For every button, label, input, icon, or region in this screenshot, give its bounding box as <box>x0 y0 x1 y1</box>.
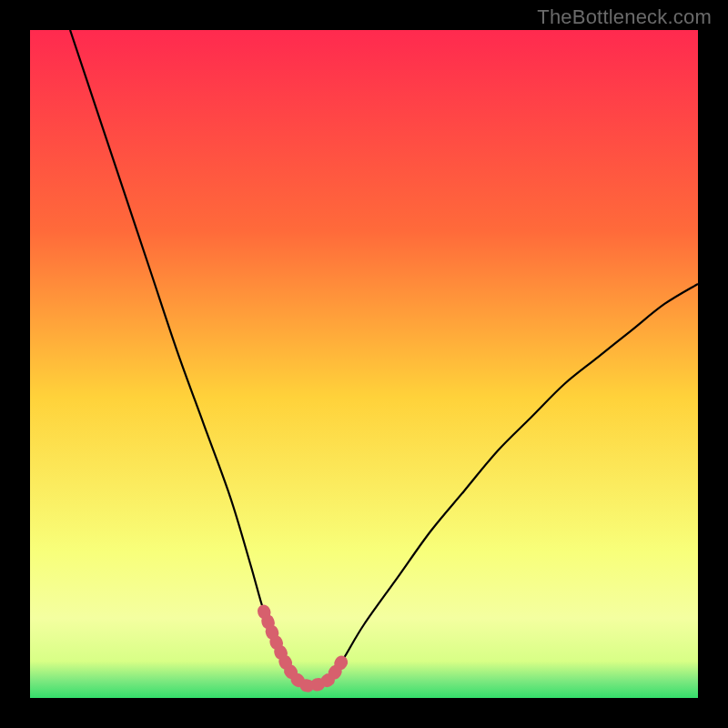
chart-plot-area <box>30 30 698 698</box>
chart-svg <box>30 30 698 698</box>
chart-frame: TheBottleneck.com <box>0 0 728 728</box>
watermark-text: TheBottleneck.com <box>537 5 712 29</box>
chart-background-gradient <box>30 30 698 698</box>
